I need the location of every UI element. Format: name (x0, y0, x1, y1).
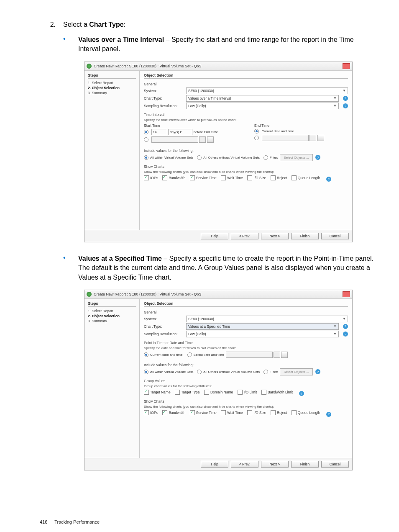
radio-start-absolute[interactable] (144, 137, 148, 142)
help-icon[interactable]: ? (343, 332, 348, 337)
chk-reject[interactable] (271, 175, 276, 180)
next-button[interactable]: Next > (261, 233, 289, 239)
step-item-3[interactable]: 3. Summary (88, 319, 136, 324)
chk-io-limit[interactable] (238, 390, 243, 395)
chk-wait[interactable] (221, 175, 226, 180)
prev-button[interactable]: < Prev. (231, 461, 258, 468)
chk-target-type[interactable] (175, 390, 180, 395)
calendar-icon[interactable] (281, 352, 288, 358)
bullet-text-2: Values at a Specified Time – Specify a s… (78, 254, 374, 282)
section-show-charts: Show Charts (144, 399, 348, 403)
cancel-button[interactable]: Cancel (321, 461, 349, 468)
help-button[interactable]: Help (201, 461, 228, 468)
spinner-icon[interactable] (309, 135, 316, 141)
radio-all-others[interactable] (197, 370, 202, 374)
dialog-title: Create New Report : SE80 (1200030) : Vir… (94, 64, 343, 68)
prev-button[interactable]: < Prev. (231, 233, 258, 239)
close-icon[interactable] (343, 63, 350, 69)
chk-domain[interactable] (204, 390, 209, 395)
radio-filter[interactable] (263, 155, 268, 160)
help-icon[interactable]: ? (343, 103, 348, 108)
spinner-icon[interactable] (274, 352, 280, 358)
chk-iosize[interactable] (247, 175, 252, 180)
step-item-1[interactable]: 1. Select Report (88, 308, 136, 314)
chk-bandwidth[interactable] (162, 410, 167, 415)
step-text: Select a Chart Type: (63, 21, 125, 28)
calendar-icon[interactable] (207, 136, 214, 143)
help-icon[interactable]: ? (299, 391, 304, 396)
chk-iops[interactable] (144, 175, 149, 180)
section-time-interval: Time Interval (144, 113, 348, 117)
chk-service[interactable] (190, 410, 195, 415)
chk-target-name[interactable] (144, 390, 149, 395)
radio-filter[interactable] (263, 370, 268, 374)
help-button[interactable]: Help (201, 233, 228, 239)
section-show-charts: Show Charts (144, 164, 348, 169)
chk-bandwidth[interactable] (162, 175, 167, 180)
help-icon[interactable]: ? (326, 177, 331, 182)
step-item-2[interactable]: 2. Object Selection (88, 85, 136, 90)
finish-button[interactable]: Finish (291, 461, 319, 468)
show-charts-desc: Show the following charts (you can also … (144, 405, 348, 409)
chk-iops[interactable] (144, 410, 149, 415)
section-include: Include values for the following : (144, 363, 348, 367)
field-chart-type[interactable]: Values at a Specified Time▼ (186, 323, 339, 330)
field-sampling[interactable]: Low (Daily)▼ (186, 103, 339, 109)
field-chart-type[interactable]: Values over a Time Interval▼ (186, 95, 339, 102)
dialog-title: Create New Report : SE80 (1200030) : Vir… (94, 292, 343, 296)
radio-all-within[interactable] (144, 370, 148, 374)
radio-current-dt[interactable] (144, 352, 148, 357)
radio-end-absolute[interactable] (254, 136, 259, 140)
bullet-2: • Values at a Specified Time – Specify a… (63, 254, 374, 282)
select-objects-button[interactable]: Select Objects ... (280, 154, 312, 161)
chk-reject[interactable] (271, 410, 276, 415)
step-item-2[interactable]: 2. Object Selection (88, 314, 136, 319)
steps-sidebar: Steps 1. Select Report 2. Object Selecti… (84, 71, 140, 230)
field-system[interactable]: SE80 (1200030)▼ (186, 316, 348, 322)
select-objects-button[interactable]: Select Objects ... (280, 368, 312, 375)
select-interval-unit[interactable]: day(s) ▾ (168, 129, 192, 135)
chk-queue[interactable] (292, 175, 297, 180)
bullet-dot: • (63, 35, 78, 54)
input-select-date[interactable] (226, 352, 273, 358)
bullet-1: • Values over a Time Interval – Specify … (63, 35, 374, 54)
help-icon[interactable]: ? (343, 324, 348, 329)
input-start-date[interactable] (151, 136, 198, 143)
chevron-down-icon: ▼ (333, 103, 337, 109)
chk-iosize[interactable] (247, 410, 252, 415)
field-sampling[interactable]: Low (Daily)▼ (186, 331, 339, 337)
spinner-icon[interactable] (199, 136, 206, 143)
help-icon[interactable]: ? (315, 369, 320, 374)
current-dt-label: Current date and time (262, 129, 294, 133)
radio-select-dt[interactable] (187, 352, 192, 357)
app-icon (87, 292, 92, 297)
radio-all-others[interactable] (197, 155, 202, 160)
help-icon[interactable]: ? (326, 412, 331, 417)
chevron-down-icon: ▼ (333, 324, 337, 329)
step-item-3[interactable]: 3. Summary (88, 90, 136, 95)
help-icon[interactable]: ? (315, 155, 320, 160)
close-icon[interactable] (343, 291, 350, 297)
next-button[interactable]: Next > (261, 461, 289, 468)
dialog-footer: Help < Prev. Next > Finish Cancel (84, 458, 352, 470)
bullet-text-1: Values over a Time Interval – Specify th… (78, 35, 374, 54)
help-icon[interactable]: ? (343, 96, 348, 101)
input-end-date[interactable] (262, 135, 309, 141)
radio-relative[interactable] (144, 130, 148, 134)
chk-queue[interactable] (292, 410, 297, 415)
chk-wait[interactable] (221, 410, 226, 415)
finish-button[interactable]: Finish (291, 233, 319, 239)
chk-bw-limit[interactable] (261, 390, 266, 395)
cancel-button[interactable]: Cancel (321, 233, 349, 239)
field-system[interactable]: SE80 (1200030)▼ (186, 87, 348, 94)
radio-end-current[interactable] (254, 129, 259, 134)
chevron-down-icon: ▼ (333, 331, 337, 337)
chk-service[interactable] (190, 175, 195, 180)
radio-all-within[interactable] (144, 155, 148, 160)
calendar-icon[interactable] (317, 135, 324, 141)
input-interval-num[interactable]: 14 (151, 129, 167, 135)
step-item-1[interactable]: 1. Select Report (88, 80, 136, 85)
panel-header: Object Selection (144, 301, 348, 307)
step-number: 2. (40, 21, 63, 28)
end-time-label: End Time (254, 123, 348, 128)
